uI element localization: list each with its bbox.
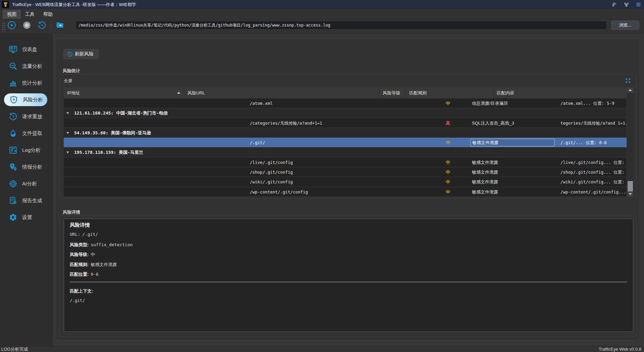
refresh-risk-label: 刷新风险	[75, 51, 94, 57]
window-control-maximize[interactable]	[624, 2, 629, 7]
intel-icon	[9, 163, 17, 171]
stop-button[interactable]	[22, 21, 31, 30]
app-logo-icon	[2, 1, 9, 8]
detail-field: 风险类型:suffix_detection	[70, 242, 133, 252]
risk-table-body: /atom.xml中信息泄露/目录遍历/atom.xml... 位置: 5-91…	[64, 98, 627, 197]
sidebar-item-ai[interactable]: AI分析	[0, 175, 52, 192]
column-header-4[interactable]: 匹配规则	[406, 87, 493, 98]
sidebar-item-report[interactable]: 报告生成	[0, 192, 52, 209]
rule-inline-editor[interactable]	[471, 139, 554, 146]
vertical-scrollbar[interactable]	[627, 87, 633, 197]
sidebar-item-risk[interactable]: 风险分析	[4, 93, 47, 106]
menu-item-tools[interactable]: 工具	[21, 10, 39, 19]
risk-table-data-row[interactable]: /live/.git/config中敏感文件泄露/live/.git/confi…	[64, 158, 627, 167]
menu-item-help[interactable]: 帮助	[39, 10, 57, 19]
log-path-input[interactable]	[75, 21, 607, 30]
scroll-up-button[interactable]	[627, 87, 634, 93]
sidebar-item-dashboard[interactable]: 仪表盘	[0, 41, 52, 58]
column-header-3[interactable]: 风险等级	[379, 87, 406, 98]
sidebar-item-extract-label: 文件提取	[22, 130, 42, 137]
sidebar-item-risk-label: 风险分析	[23, 97, 43, 103]
details-heading: 风险详情	[70, 222, 90, 228]
details-divider	[70, 282, 627, 282]
details-fields: URL:/.git/风险类型:suffix_detection风险等级:中匹配规…	[70, 232, 133, 281]
scroll-up-icon	[629, 89, 632, 91]
risk-table-data-row[interactable]: /atom.xml中信息泄露/目录遍历/atom.xml... 位置: 5-9	[64, 98, 627, 108]
risk-url-cell: /shop/.git/config	[247, 167, 442, 177]
match-content-cell: /shop/.git/config... 位置: 5-11	[556, 167, 627, 177]
traffic-icon	[9, 62, 17, 71]
match-rule-cell: 敏感文件泄露	[469, 158, 556, 167]
detail-field-value: 中	[91, 252, 95, 257]
open-folder-button[interactable]	[56, 21, 64, 30]
replay-icon	[9, 112, 17, 121]
match-rule-cell: 敏感文件泄露	[469, 177, 556, 187]
match-rule-cell: 敏感文件泄露	[469, 187, 556, 197]
window-control-close[interactable]	[636, 2, 641, 7]
settings-icon	[9, 213, 17, 222]
sidebar-item-extract[interactable]: 文件提取	[0, 125, 52, 142]
ip-group-row[interactable]: 121.61.160.245: 中国-湖北省-荆门市-电信	[64, 108, 627, 118]
detail-field: URL:/.git/	[70, 232, 133, 242]
sidebar-item-replay[interactable]: 请求重放	[0, 108, 52, 125]
risk-table-data-row[interactable]: /.git/中/.git/... 位置: 0-6	[64, 138, 627, 147]
sidebar-item-traffic-label: 流量分析	[22, 63, 42, 70]
sidebar-item-log[interactable]: Log分析	[0, 142, 52, 159]
sidebar-item-intel[interactable]: 情报分析	[0, 159, 52, 175]
match-content-cell: /wp-content/.git/config... 位置: 11-17	[556, 187, 627, 197]
extract-icon	[9, 129, 17, 138]
toolbar-drag-handle[interactable]	[2, 22, 6, 31]
detail-field-value: /.git/	[82, 232, 98, 237]
risk-stats-groupbox: 风险统计 全屏 IP地址风险URL风险等级匹配规则匹配内容 /atom.xml中…	[59, 74, 637, 199]
risk-url-cell: /atom.xml	[247, 98, 442, 108]
window-controls	[612, 2, 641, 7]
sidebar-item-stats[interactable]: 统计分析	[0, 75, 52, 91]
ip-group-label: 121.61.160.245: 中国-湖北省-荆门市-电信	[74, 108, 168, 118]
ip-group-row[interactable]: 54.149.35.60: 美国-俄勒冈-亚马逊	[64, 128, 627, 138]
detail-field-label: 匹配位置:	[70, 272, 89, 277]
expand-fullscreen-icon[interactable]	[625, 78, 631, 84]
sidebar-item-stats-label: 统计分析	[22, 80, 42, 86]
statusbar: LOG分析完成 TrafficEye Web v0.0.8	[0, 346, 644, 352]
ip-group-label: 54.149.35.60: 美国-俄勒冈-亚马逊	[74, 128, 151, 138]
detail-field-label: URL:	[70, 232, 80, 237]
sidebar-item-settings[interactable]: 设置	[0, 209, 52, 226]
play-button[interactable]	[7, 21, 16, 30]
detail-field-value: 敏感文件泄露	[91, 262, 117, 267]
log-icon	[9, 146, 17, 155]
stats-icon	[9, 79, 17, 87]
collapse-caret-icon[interactable]	[66, 132, 69, 134]
match-content-cell: tegories/无线传输/a?and 1=1... 位置: 23-26	[556, 118, 627, 128]
fullscreen-label[interactable]: 全屏	[64, 78, 72, 84]
report-icon	[9, 196, 17, 205]
risk-url-cell: /live/.git/config	[247, 158, 442, 167]
risk-level-cell: 中	[442, 98, 469, 108]
sidebar-item-replay-label: 请求重放	[22, 114, 42, 120]
history-button[interactable]	[38, 21, 46, 30]
browse-button[interactable]: 浏览...	[611, 20, 639, 30]
refresh-risk-button[interactable]: 刷新风险	[63, 49, 99, 59]
column-header-1[interactable]: IP地址	[64, 87, 184, 98]
risk-table-data-row[interactable]: /categories/无线传输/a?and+1=1高SQL注入攻击_高危_3t…	[64, 118, 627, 128]
scrollbar-thumb[interactable]	[628, 181, 633, 191]
risk-url-cell: /.git/	[247, 138, 442, 147]
detail-field-label: 匹配规则:	[70, 262, 89, 267]
risk-table-data-row[interactable]: /wiki/.git/config中敏感文件泄露/wiki/.git/confi…	[64, 177, 627, 187]
risk-table-data-row[interactable]: /shop/.git/config中敏感文件泄露/shop/.git/confi…	[64, 167, 627, 177]
menu-item-view[interactable]: 视图	[3, 10, 21, 19]
column-header-2[interactable]: 风险URL	[184, 87, 379, 98]
column-header-5[interactable]: 匹配内容	[493, 87, 627, 98]
scroll-down-button[interactable]	[627, 191, 634, 197]
match-rule-cell: 敏感文件泄露	[469, 167, 556, 177]
sidebar-item-traffic[interactable]: 流量分析	[0, 58, 52, 75]
ip-group-label: 195.178.110.159: 美国-马里兰	[74, 147, 143, 157]
ip-group-row[interactable]: 195.178.110.159: 美国-马里兰	[64, 147, 627, 157]
match-rule-cell: SQL注入攻击_高危_3	[469, 118, 556, 128]
window-control-minimize[interactable]	[612, 2, 616, 7]
ai-icon	[9, 179, 17, 188]
risk-table-data-row[interactable]: /wp-content/.git/config中敏感文件泄露/wp-conten…	[64, 187, 627, 197]
detail-field-label: 风险类型:	[70, 242, 89, 247]
risk-level-cell: 高	[442, 118, 469, 128]
collapse-caret-icon[interactable]	[66, 151, 69, 153]
collapse-caret-icon[interactable]	[66, 112, 69, 114]
